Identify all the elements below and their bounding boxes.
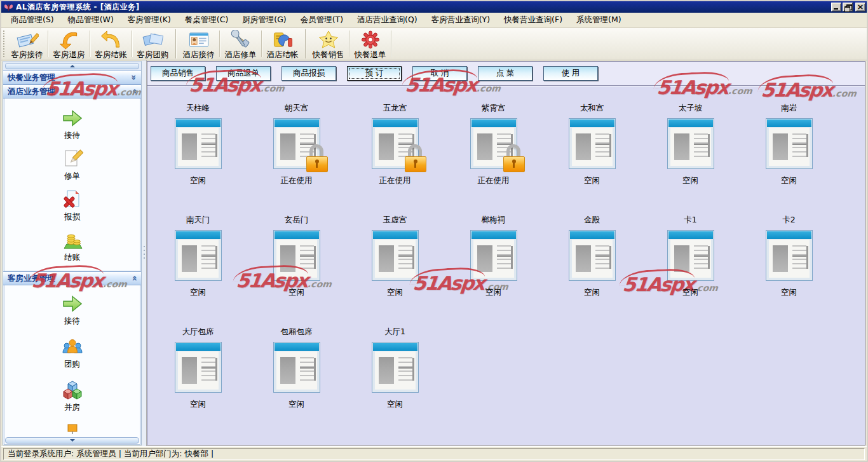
action-button-3[interactable]: 商品报损 <box>281 66 336 81</box>
menu-item-3[interactable]: 客房管理(K) <box>121 13 178 27</box>
sidebar-group-panel-2: 接待 修单 报损 结账 <box>4 99 140 271</box>
sidebar-item-接待[interactable]: 接待 <box>61 108 84 141</box>
room-window-icon <box>175 118 222 169</box>
sidebar-group-header-3[interactable]: 客房业务管理 » <box>3 271 141 285</box>
room-item-15[interactable]: 大厅包席 空闲 <box>149 327 247 413</box>
room-status: 空闲 <box>190 175 206 186</box>
edit-paper-icon <box>61 149 84 169</box>
room-window-icon <box>667 118 714 169</box>
menu-item-10[interactable]: 系统管理(M) <box>569 13 628 27</box>
sidebar-item-并房[interactable]: 并房 <box>61 380 84 413</box>
room-status: 空闲 <box>190 287 206 298</box>
menu-item-7[interactable]: 酒店营业查询(Q) <box>350 13 424 27</box>
toolbar-button-6[interactable]: 酒店修单 <box>220 28 261 60</box>
sidebar-item-partial[interactable] <box>61 423 84 434</box>
menu-item-8[interactable]: 客房营业查询(Y) <box>424 13 497 27</box>
sidebar-group-header-1[interactable]: 快餐业务管理 » <box>3 71 141 85</box>
star-face-icon <box>317 30 340 50</box>
menu-item-5[interactable]: 厨房管理(G) <box>235 13 293 27</box>
sidebar-splitter[interactable] <box>142 60 147 446</box>
toolbar-separator <box>132 31 132 57</box>
menu-item-6[interactable]: 会员管理(T) <box>294 13 350 27</box>
room-item-7[interactable]: 南岩 空闲 <box>740 103 838 189</box>
room-window-icon <box>372 230 419 281</box>
damage-paper-icon <box>61 189 84 210</box>
action-button-2[interactable]: 商品退单 <box>216 66 271 81</box>
toolbar-button-2[interactable]: 客房退房 <box>49 28 89 60</box>
toolbar-button-8[interactable]: 快餐销售 <box>308 28 348 60</box>
toolbar-button-7[interactable]: 酒店结帐 <box>262 28 302 60</box>
toolbar-button-1[interactable]: 客房接待 <box>7 28 47 60</box>
action-button-7[interactable]: 使 用 <box>543 66 598 81</box>
room-item-11[interactable]: 榔梅祠 空闲 <box>444 215 543 301</box>
sidebar-item-团购[interactable]: 团购 <box>61 337 84 370</box>
toolbar-button-9[interactable]: 快餐退单 <box>350 28 390 60</box>
toolbar-button-5[interactable]: 酒店接待 <box>179 28 219 60</box>
toolbar-separator <box>219 31 220 57</box>
action-button-6[interactable]: 点 菜 <box>478 66 532 81</box>
splitter-grip-icon <box>144 246 145 247</box>
blue-papers-icon <box>142 30 165 50</box>
room-status: 空闲 <box>485 287 501 298</box>
close-button[interactable] <box>855 3 865 11</box>
body-row: 快餐业务管理 » 酒店业务管理 » 接待 修单 报损 结账 客房业务管理 » 接… <box>1 60 867 446</box>
sidebar-scroll-up[interactable] <box>5 63 139 69</box>
chevron-double-up-icon: » <box>131 87 137 97</box>
green-arrow-icon <box>61 108 84 128</box>
menu-item-4[interactable]: 餐桌管理(C) <box>178 13 235 27</box>
room-status: 空闲 <box>682 175 698 186</box>
action-button-1[interactable]: 商品销售 <box>151 66 205 81</box>
toolbar-button-3[interactable]: 客房结账 <box>91 28 131 60</box>
room-item-16[interactable]: 包厢包席 空闲 <box>247 327 346 413</box>
room-item-10[interactable]: 玉虚宫 空闲 <box>346 215 444 301</box>
room-window-icon <box>569 118 616 169</box>
sidebar-item-报损[interactable]: 报损 <box>61 189 84 222</box>
sidebar-scroll-down[interactable] <box>5 437 139 444</box>
restore-button[interactable] <box>843 3 853 11</box>
action-button-5[interactable]: 取 消 <box>412 66 467 81</box>
lock-icon <box>503 144 525 172</box>
action-button-4[interactable]: 预 订 <box>347 66 402 81</box>
menu-item-2[interactable]: 物品管理(W) <box>61 13 121 27</box>
menu-item-9[interactable]: 快餐营业查询(F) <box>497 13 569 27</box>
sidebar-item-修单[interactable]: 修单 <box>61 149 84 182</box>
room-item-2[interactable]: 朝天宫 正在使用 <box>247 103 346 189</box>
menu-item-1[interactable]: 商品管理(S) <box>4 13 61 27</box>
room-item-17[interactable]: 大厅1 空闲 <box>346 327 444 413</box>
room-window-icon <box>372 118 419 169</box>
room-item-5[interactable]: 太和宫 空闲 <box>543 103 641 189</box>
orange-arrow-up-icon <box>100 30 123 50</box>
minimize-button[interactable] <box>831 3 841 11</box>
room-item-12[interactable]: 金殿 空闲 <box>543 215 641 301</box>
room-status: 空闲 <box>682 287 698 298</box>
room-window-icon <box>372 342 419 393</box>
title-bar: AL酒店客房管理系统 - [酒店业务] <box>1 1 867 13</box>
room-status: 空闲 <box>781 175 797 186</box>
toolbar-button-4[interactable]: 客房团购 <box>133 28 173 60</box>
lock-icon <box>306 144 328 172</box>
room-item-3[interactable]: 五龙宫 正在使用 <box>346 103 444 189</box>
room-item-1[interactable]: 天柱峰 空闲 <box>149 103 247 189</box>
tools-icon <box>229 30 252 50</box>
room-status: 空闲 <box>781 287 797 298</box>
room-item-14[interactable]: 卡2 空闲 <box>740 215 838 301</box>
window-title: AL酒店客房管理系统 - [酒店业务] <box>16 2 140 13</box>
room-item-9[interactable]: 玄岳门 空闲 <box>247 215 346 301</box>
toolbar-separator <box>90 31 90 57</box>
cubes-icon <box>61 380 84 400</box>
room-window-icon <box>569 230 616 281</box>
sidebar-item-接待[interactable]: 接待 <box>61 294 84 327</box>
sidebar-item-结账[interactable]: 结账 <box>61 230 84 263</box>
chevron-double-down-icon: » <box>131 73 137 83</box>
room-window-icon <box>175 230 222 281</box>
toolbar-separator <box>175 29 176 58</box>
room-item-13[interactable]: 卡1 空闲 <box>641 215 740 301</box>
room-item-4[interactable]: 紫霄宫 正在使用 <box>444 103 543 189</box>
sidebar: 快餐业务管理 » 酒店业务管理 » 接待 修单 报损 结账 客房业务管理 » 接… <box>3 61 142 445</box>
room-item-6[interactable]: 太子坡 空闲 <box>641 103 740 189</box>
org-chart-icon <box>61 423 84 434</box>
app-logo-icon <box>4 3 13 11</box>
sidebar-group-header-2[interactable]: 酒店业务管理 » <box>3 85 141 99</box>
room-item-8[interactable]: 南天门 空闲 <box>149 215 247 301</box>
room-status: 正在使用 <box>281 175 313 186</box>
